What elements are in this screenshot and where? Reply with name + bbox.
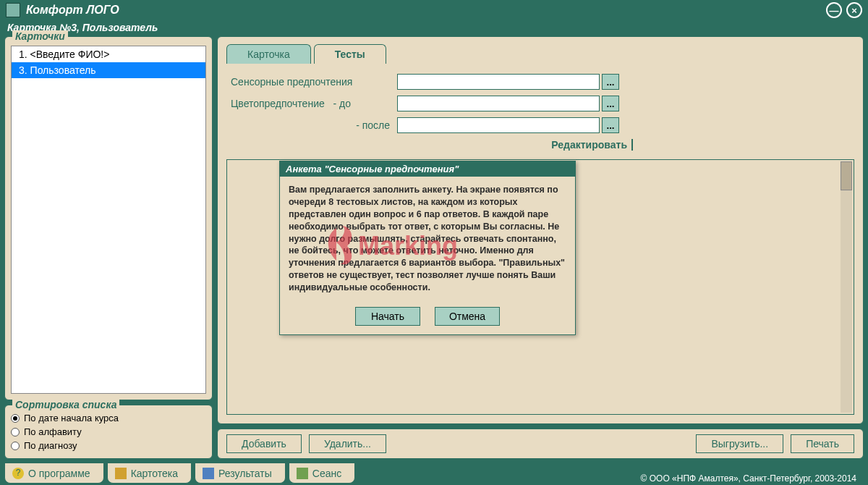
copyright: © ООО «НПФ Амалтея», Санкт-Петербург, 20… (641, 473, 864, 484)
sort-option-alpha[interactable]: По алфавиту (11, 425, 206, 439)
list-item[interactable]: 1. <Введите ФИО!> (12, 46, 205, 62)
dialog-start-button[interactable]: Начать (355, 307, 420, 326)
color-label: Цветопредпочтение - до (231, 98, 397, 109)
sort-legend: Сортировка списка (12, 399, 119, 410)
results-icon (203, 468, 214, 479)
sort-option-diagnosis[interactable]: По диагнозу (11, 439, 206, 452)
sort-groupbox: Сортировка списка По дате начала курса П… (4, 405, 213, 459)
color-after-input[interactable] (397, 117, 600, 133)
export-button[interactable]: Выгрузить... (696, 434, 783, 453)
list-item-num: 3. (19, 64, 27, 76)
edit-link[interactable]: Редактировать (551, 139, 633, 151)
sort-option-label: По диагнозу (24, 440, 77, 451)
tab-tests[interactable]: Тесты (314, 44, 386, 64)
bottom-tabs: ? О программе Картотека Результаты Сеанс… (4, 460, 864, 484)
cards-legend: Карточки (12, 30, 68, 42)
sort-option-date[interactable]: По дате начала курса (11, 411, 206, 425)
tabs: Карточка Тесты (226, 44, 854, 64)
cards-list[interactable]: 1. <Введите ФИО!> 3. Пользователь (11, 46, 206, 394)
btab-about[interactable]: ? О программе (4, 463, 104, 484)
sort-option-label: По алфавиту (24, 426, 82, 437)
color-before-browse-button[interactable]: ... (602, 96, 619, 111)
dialog-body: Вам предлагается заполнить анкету. На эк… (280, 177, 575, 301)
scrollbar[interactable] (841, 161, 852, 413)
subtitle: Карточка №3, Пользователь (0, 20, 868, 35)
color-after-label: - после (231, 119, 397, 131)
add-button[interactable]: Добавить (226, 434, 302, 453)
tab-card[interactable]: Карточка (226, 44, 311, 64)
radio-icon (11, 428, 20, 436)
btab-cards[interactable]: Картотека (107, 463, 192, 484)
sensory-browse-button[interactable]: ... (602, 74, 619, 90)
questionnaire-dialog: Анкета "Сенсорные предпочтения" Вам пред… (279, 161, 576, 335)
scroll-thumb[interactable] (841, 161, 852, 190)
cards-groupbox: Карточки 1. <Введите ФИО!> 3. Пользовате… (4, 36, 213, 400)
app-title: Комфорт ЛОГО (26, 4, 826, 17)
list-item[interactable]: 3. Пользователь (12, 62, 205, 78)
list-item-label: Пользователь (30, 64, 96, 76)
session-icon (297, 468, 308, 479)
sort-option-label: По дате начала курса (24, 413, 119, 423)
radio-icon (11, 414, 20, 423)
titlebar: Комфорт ЛОГО — × (0, 0, 868, 20)
minimize-button[interactable]: — (826, 2, 842, 18)
color-after-browse-button[interactable]: ... (602, 117, 619, 133)
btab-results[interactable]: Результаты (195, 463, 286, 484)
list-item-label: <Введите ФИО!> (30, 48, 110, 60)
sensory-input[interactable] (397, 74, 600, 90)
close-button[interactable]: × (846, 2, 862, 18)
color-before-input[interactable] (397, 96, 600, 111)
radio-icon (11, 442, 20, 450)
print-button[interactable]: Печать (791, 434, 854, 453)
dialog-cancel-button[interactable]: Отмена (435, 307, 500, 326)
cards-icon (115, 468, 127, 479)
list-item-num: 1. (19, 48, 27, 60)
btab-session[interactable]: Сеанс (289, 463, 355, 484)
question-icon: ? (12, 468, 24, 479)
delete-button[interactable]: Удалить... (309, 434, 386, 453)
action-bar: Добавить Удалить... Выгрузить... Печать (217, 429, 864, 459)
sensory-label: Сенсорные предпочтения (231, 76, 397, 88)
app-logo-icon (6, 3, 20, 17)
dialog-title: Анкета "Сенсорные предпочтения" (280, 161, 575, 177)
